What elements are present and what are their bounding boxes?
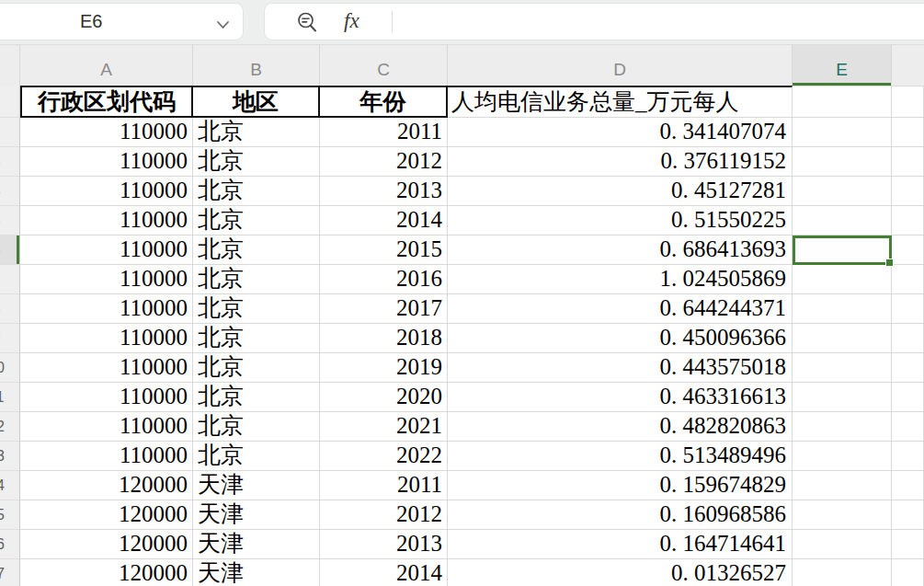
cell-B7[interactable]: 北京 (193, 265, 320, 294)
cell-C2[interactable]: 2011 (320, 118, 448, 147)
row-header-17[interactable]: 17 (0, 559, 20, 586)
cell-A3[interactable]: 110000 (20, 147, 193, 177)
cell-B3[interactable]: 北京 (193, 147, 320, 177)
cell-C11[interactable]: 2020 (320, 383, 448, 412)
cell-E2[interactable] (793, 118, 892, 147)
cell-D5[interactable]: 0. 51550225 (448, 206, 793, 236)
cell-D16[interactable]: 0. 164714641 (448, 530, 793, 559)
cell-C3[interactable]: 2012 (320, 147, 448, 177)
cell-A17[interactable]: 120000 (20, 559, 193, 586)
cell-D1[interactable]: 人均电信业务总量_万元每人 (448, 86, 793, 118)
row-header-2[interactable]: 2 (0, 118, 20, 147)
cell-A13[interactable]: 110000 (20, 442, 193, 471)
cell-E5[interactable] (793, 206, 892, 236)
cell-E10[interactable] (793, 353, 892, 383)
cell-C5[interactable]: 2014 (320, 206, 448, 236)
cell-D8[interactable]: 0. 644244371 (448, 294, 793, 324)
fill-handle[interactable] (885, 259, 894, 267)
cell-D6[interactable]: 0. 686413693 (448, 236, 793, 265)
cell-B6[interactable]: 北京 (193, 236, 320, 265)
cell-D11[interactable]: 0. 463316613 (448, 383, 793, 412)
cell-E17[interactable] (793, 559, 892, 586)
cell-C14[interactable]: 2011 (320, 471, 448, 500)
row-header-13[interactable]: 13 (0, 442, 20, 471)
cell-A11[interactable]: 110000 (20, 383, 193, 412)
chevron-down-icon[interactable] (216, 17, 230, 33)
cell-B4[interactable]: 北京 (193, 177, 320, 206)
name-box[interactable]: E6 (0, 3, 244, 40)
cell-E9[interactable] (793, 324, 892, 353)
cell-C15[interactable]: 2012 (320, 500, 448, 530)
cell-F16[interactable] (892, 530, 924, 559)
cell-A1[interactable]: 行政区划代码 (20, 86, 193, 118)
row-header-9[interactable]: 9 (0, 324, 20, 353)
row-header-4[interactable]: 4 (0, 177, 20, 206)
column-header-A[interactable]: A (20, 45, 193, 86)
cell-C17[interactable]: 2014 (320, 559, 448, 586)
cell-A2[interactable]: 110000 (20, 118, 193, 147)
cell-C10[interactable]: 2019 (320, 353, 448, 383)
cell-E8[interactable] (793, 294, 892, 324)
cell-A12[interactable]: 110000 (20, 412, 193, 442)
cell-E13[interactable] (793, 442, 892, 471)
cell-B13[interactable]: 北京 (193, 442, 320, 471)
search-function-icon[interactable] (296, 11, 319, 38)
cell-D2[interactable]: 0. 341407074 (448, 118, 793, 147)
cell-F5[interactable] (892, 206, 924, 236)
row-header-10[interactable]: 10 (0, 353, 20, 383)
cell-F8[interactable] (892, 294, 924, 324)
cell-E4[interactable] (793, 177, 892, 206)
cell-D9[interactable]: 0. 450096366 (448, 324, 793, 353)
row-header-5[interactable]: 5 (0, 206, 20, 236)
cell-A8[interactable]: 110000 (20, 294, 193, 324)
cell-C16[interactable]: 2013 (320, 530, 448, 559)
cell-C13[interactable]: 2022 (320, 442, 448, 471)
cell-B5[interactable]: 北京 (193, 206, 320, 236)
formula-input-area[interactable] (399, 4, 924, 40)
cell-B16[interactable]: 天津 (193, 530, 320, 559)
cell-C7[interactable]: 2016 (320, 265, 448, 294)
cell-A16[interactable]: 120000 (20, 530, 193, 559)
cell-E12[interactable] (793, 412, 892, 442)
cell-A9[interactable]: 110000 (20, 324, 193, 353)
cell-F11[interactable] (892, 383, 924, 412)
cell-B14[interactable]: 天津 (193, 471, 320, 500)
cell-D13[interactable]: 0. 513489496 (448, 442, 793, 471)
cell-D17[interactable]: 0. 01326527 (448, 559, 793, 586)
row-header-11[interactable]: 11 (0, 383, 20, 412)
cell-D12[interactable]: 0. 482820863 (448, 412, 793, 442)
cell-E11[interactable] (793, 383, 892, 412)
cell-C8[interactable]: 2017 (320, 294, 448, 324)
cell-C1[interactable]: 年份 (320, 86, 448, 118)
cell-D15[interactable]: 0. 160968586 (448, 500, 793, 530)
cell-F3[interactable] (892, 147, 924, 177)
cell-F9[interactable] (892, 324, 924, 353)
row-header-14[interactable]: 14 (0, 471, 20, 500)
row-header-7[interactable]: 7 (0, 265, 20, 294)
cell-F7[interactable] (892, 265, 924, 294)
cell-A7[interactable]: 110000 (20, 265, 193, 294)
cell-B1[interactable]: 地区 (193, 86, 320, 118)
cell-A6[interactable]: 110000 (20, 236, 193, 265)
cell-F13[interactable] (892, 442, 924, 471)
cell-B8[interactable]: 北京 (193, 294, 320, 324)
cell-D10[interactable]: 0. 443575018 (448, 353, 793, 383)
row-header-3[interactable]: 3 (0, 147, 20, 177)
cell-C4[interactable]: 2013 (320, 177, 448, 206)
cell-D7[interactable]: 1. 024505869 (448, 265, 793, 294)
cell-A5[interactable]: 110000 (20, 206, 193, 236)
row-header-1[interactable]: 1 (0, 86, 20, 118)
row-header-16[interactable]: 16 (0, 530, 20, 559)
cell-A14[interactable]: 120000 (20, 471, 193, 500)
cell-C12[interactable]: 2021 (320, 412, 448, 442)
row-header-12[interactable]: 12 (0, 412, 20, 442)
cell-F2[interactable] (892, 118, 924, 147)
cell-B10[interactable]: 北京 (193, 353, 320, 383)
cell-A4[interactable]: 110000 (20, 177, 193, 206)
cell-B11[interactable]: 北京 (193, 383, 320, 412)
insert-function-fx-button[interactable]: fx (344, 4, 359, 39)
cell-B9[interactable]: 北京 (193, 324, 320, 353)
cell-A15[interactable]: 120000 (20, 500, 193, 530)
cell-B15[interactable]: 天津 (193, 500, 320, 530)
column-header-D[interactable]: D (448, 45, 793, 86)
